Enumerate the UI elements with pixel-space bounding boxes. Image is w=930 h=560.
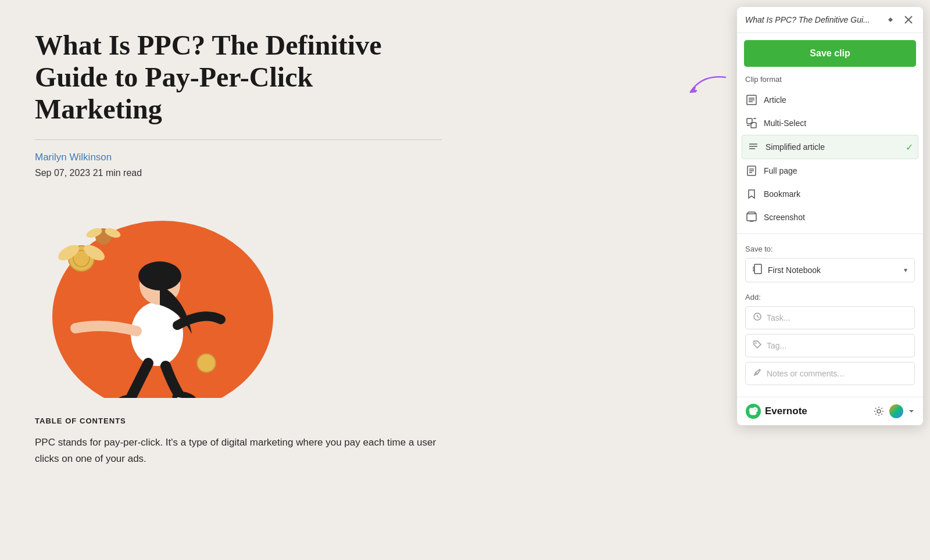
format-simplified-article[interactable]: Simplified article ✓ <box>742 135 918 159</box>
task-icon <box>753 312 762 324</box>
save-to-section: Save to: First Notebook ▾ <box>737 239 923 287</box>
article-title: What Is PPC? The Definitive Guide to Pay… <box>35 29 442 125</box>
panel-footer: Evernote <box>737 397 923 425</box>
evernote-elephant-icon <box>745 403 761 419</box>
save-to-label: Save to: <box>745 245 915 253</box>
notes-placeholder: Notes or comments... <box>767 369 844 378</box>
format-full-page-label: Full page <box>764 166 797 175</box>
notebook-name: First Notebook <box>768 265 899 275</box>
format-bookmark[interactable]: Bookmark <box>737 182 923 206</box>
format-bookmark-label: Bookmark <box>764 189 800 199</box>
user-avatar[interactable] <box>889 404 903 418</box>
article-body: PPC stands for pay-per-click. It's a typ… <box>35 435 442 467</box>
format-screenshot[interactable]: Screenshot <box>737 206 923 229</box>
save-clip-button[interactable]: Save clip <box>744 40 916 67</box>
panel-title: What Is PPC? The Definitive Gui... <box>745 15 870 24</box>
svg-point-14 <box>197 354 216 372</box>
svg-line-44 <box>757 317 759 318</box>
panel-header-icons <box>884 14 915 26</box>
notebook-selector[interactable]: First Notebook ▾ <box>745 258 915 282</box>
format-article-label: Article <box>764 95 786 105</box>
svg-marker-18 <box>689 87 696 93</box>
format-article[interactable]: Article <box>737 88 923 112</box>
clip-format-list: Article Multi-Select <box>737 88 923 229</box>
clip-format-label: Clip format <box>737 75 923 88</box>
format-screenshot-label: Screenshot <box>764 213 805 222</box>
svg-rect-38 <box>754 264 761 274</box>
svg-rect-36 <box>747 214 756 221</box>
settings-button[interactable] <box>873 405 885 417</box>
expand-button[interactable] <box>884 14 897 26</box>
evernote-logo: Evernote <box>745 403 807 419</box>
notebook-icon <box>753 264 763 277</box>
article-area: What Is PPC? The Definitive Guide to Pay… <box>0 0 477 560</box>
notes-input[interactable]: Notes or comments... <box>745 362 915 385</box>
screenshot-icon <box>745 211 758 224</box>
task-placeholder: Task... <box>767 313 790 322</box>
toc-heading: TABLE OF CONTENTS <box>35 417 442 425</box>
evernote-brand-label: Evernote <box>765 405 807 417</box>
section-divider <box>737 234 923 234</box>
format-multi-select-label: Multi-Select <box>764 119 806 128</box>
add-label: Add: <box>745 293 915 301</box>
panel-header: What Is PPC? The Definitive Gui... <box>737 7 923 33</box>
article-author[interactable]: Marilyn Wilkinson <box>35 152 442 163</box>
format-multi-select[interactable]: Multi-Select <box>737 112 923 135</box>
notes-icon <box>753 368 762 379</box>
svg-point-49 <box>877 410 881 413</box>
svg-point-45 <box>755 342 756 343</box>
footer-dropdown-button[interactable] <box>908 408 915 415</box>
tag-input[interactable]: Tag... <box>745 334 915 357</box>
multi-select-icon <box>745 117 758 130</box>
article-icon <box>745 94 758 106</box>
svg-point-48 <box>755 409 756 410</box>
add-section: Add: Task... Tag... <box>737 287 923 394</box>
article-meta: Sep 07, 2023 21 min read <box>35 168 442 178</box>
tag-placeholder: Tag... <box>767 341 786 350</box>
footer-icons <box>873 404 915 418</box>
full-page-icon <box>745 164 758 177</box>
arrow-annotation <box>679 69 731 103</box>
clipper-panel: What Is PPC? The Definitive Gui... Save … <box>737 7 923 425</box>
close-button[interactable] <box>902 15 915 25</box>
article-divider <box>35 139 442 140</box>
dropdown-arrow-icon: ▾ <box>904 266 907 275</box>
task-input[interactable]: Task... <box>745 306 915 329</box>
format-full-page[interactable]: Full page <box>737 159 923 182</box>
selected-checkmark: ✓ <box>906 142 913 153</box>
bookmark-icon <box>745 188 758 200</box>
format-simplified-article-label: Simplified article <box>766 142 825 152</box>
tag-icon <box>753 340 762 351</box>
svg-line-46 <box>756 372 757 374</box>
simplified-article-icon <box>747 141 760 153</box>
article-illustration <box>35 195 279 398</box>
